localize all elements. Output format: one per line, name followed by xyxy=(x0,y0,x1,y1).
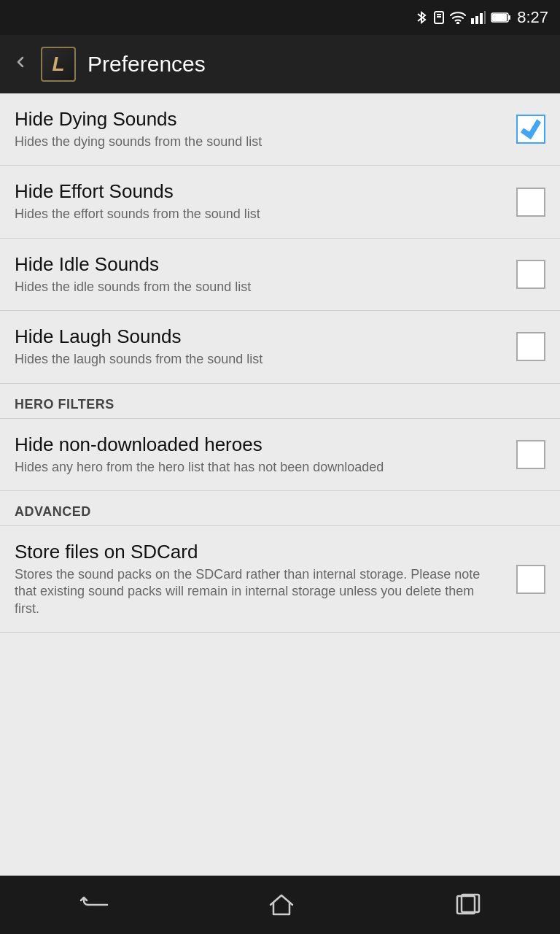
preferences-content: Hide Dying Sounds Hides the dying sounds… xyxy=(0,93,560,876)
pref-desc-store-sdcard: Stores the sound packs on the SDCard rat… xyxy=(15,566,502,617)
section-advanced-title: ADVANCED xyxy=(15,504,91,519)
pref-item-hide-non-downloaded[interactable]: Hide non-downloaded heroes Hides any her… xyxy=(0,419,560,491)
back-button[interactable] xyxy=(12,53,29,76)
pref-title-store-sdcard: Store files on SDCard xyxy=(15,541,502,563)
checkbox-hide-laugh-sounds[interactable] xyxy=(516,332,545,361)
pref-item-hide-effort-sounds[interactable]: Hide Effort Sounds Hides the effort soun… xyxy=(0,166,560,238)
svg-rect-10 xyxy=(508,15,510,20)
section-advanced: ADVANCED xyxy=(0,491,560,526)
pref-desc-hide-non-downloaded: Hides any hero from the hero list that h… xyxy=(15,459,502,476)
cellular-icon xyxy=(470,11,486,24)
svg-rect-12 xyxy=(462,895,479,912)
pref-title-hide-idle-sounds: Hide Idle Sounds xyxy=(15,253,502,276)
app-title: Preferences xyxy=(88,52,206,77)
pref-title-hide-effort-sounds: Hide Effort Sounds xyxy=(15,180,502,203)
section-hero-filters-title: HERO FILTERS xyxy=(15,397,114,412)
pref-desc-hide-effort-sounds: Hides the effort sounds from the sound l… xyxy=(15,206,502,223)
battery-icon xyxy=(491,12,511,23)
pref-item-hide-laugh-sounds[interactable]: Hide Laugh Sounds Hides the laugh sounds… xyxy=(0,311,560,383)
svg-rect-11 xyxy=(457,896,475,914)
nav-back-button[interactable] xyxy=(58,887,131,922)
pref-desc-hide-laugh-sounds: Hides the laugh sounds from the sound li… xyxy=(15,351,502,368)
checkbox-store-sdcard[interactable] xyxy=(516,565,545,594)
signal-icon xyxy=(432,10,446,25)
pref-title-hide-non-downloaded: Hide non-downloaded heroes xyxy=(15,433,502,456)
svg-rect-5 xyxy=(475,16,478,24)
pref-desc-hide-idle-sounds: Hides the idle sounds from the sound lis… xyxy=(15,279,502,296)
checkbox-hide-dying-sounds[interactable] xyxy=(516,115,545,144)
status-time: 8:27 xyxy=(517,8,548,27)
pref-item-hide-dying-sounds[interactable]: Hide Dying Sounds Hides the dying sounds… xyxy=(0,93,560,166)
pref-item-hide-idle-sounds[interactable]: Hide Idle Sounds Hides the idle sounds f… xyxy=(0,239,560,311)
pref-title-hide-dying-sounds: Hide Dying Sounds xyxy=(15,108,502,131)
svg-rect-4 xyxy=(471,18,474,24)
svg-rect-6 xyxy=(480,13,483,24)
app-logo: L xyxy=(41,47,76,82)
section-hero-filters: HERO FILTERS xyxy=(0,384,560,419)
status-bar: 8:27 xyxy=(0,0,560,35)
bottom-nav xyxy=(0,876,560,934)
checkbox-hide-effort-sounds[interactable] xyxy=(516,188,545,217)
app-bar: L Preferences xyxy=(0,35,560,93)
nav-home-button[interactable] xyxy=(246,886,316,924)
nav-recent-button[interactable] xyxy=(432,886,502,924)
checkbox-hide-idle-sounds[interactable] xyxy=(516,260,545,289)
pref-desc-hide-dying-sounds: Hides the dying sounds from the sound li… xyxy=(15,134,502,150)
svg-point-3 xyxy=(457,23,459,24)
pref-title-hide-laugh-sounds: Hide Laugh Sounds xyxy=(15,325,502,348)
checkbox-hide-non-downloaded[interactable] xyxy=(516,440,545,469)
pref-item-store-sdcard[interactable]: Store files on SDCard Stores the sound p… xyxy=(0,526,560,633)
bluetooth-icon xyxy=(415,10,428,25)
status-icons xyxy=(415,10,511,25)
wifi-icon xyxy=(450,11,466,24)
svg-rect-9 xyxy=(492,14,507,21)
svg-rect-7 xyxy=(484,11,486,24)
